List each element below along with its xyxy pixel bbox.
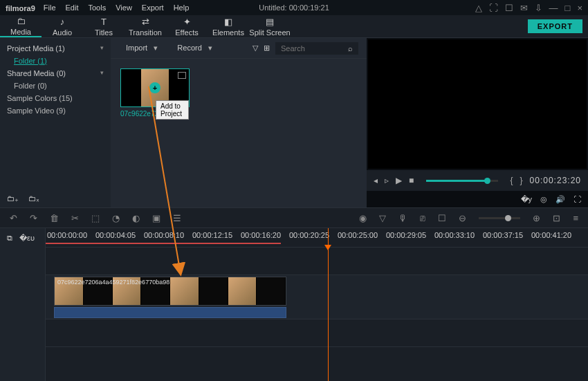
- ruler-mark: 00:00:20:25: [289, 231, 329, 239]
- timeline-ruler[interactable]: 00:00:00:00 00:00:04:05 00:00:08:10 00:0…: [46, 228, 588, 248]
- volume-icon[interactable]: 🔊: [555, 195, 565, 204]
- tree-project-media[interactable]: Project Media (1)▾: [7, 42, 104, 55]
- tab-elements[interactable]: ◧Elements: [208, 15, 249, 37]
- minimize-button[interactable]: —: [549, 3, 558, 13]
- advanced-button[interactable]: ☰: [173, 213, 181, 223]
- render-button[interactable]: ◉: [359, 213, 367, 223]
- mute-button[interactable]: ☐: [438, 213, 446, 223]
- edit-toolbar: ↶ ↷ 🗑 ✂ ⬚ ◔ ◐ ▣ ☰ ◉ ▽ 🎙 ⎚ ☐ ⊖ ⊕ ⊡ ≡: [0, 207, 588, 228]
- link-icon[interactable]: �ευ: [19, 234, 35, 243]
- marker-button[interactable]: ▽: [379, 213, 386, 223]
- ruler-mark: 00:00:00:00: [47, 231, 87, 239]
- tree-sample-colors[interactable]: Sample Colors (15): [7, 92, 104, 104]
- zoom-fit-button[interactable]: ⊡: [553, 213, 560, 223]
- audio-icon: ♪: [60, 17, 65, 27]
- tab-media[interactable]: 🗀Media: [0, 15, 42, 37]
- voiceover-button[interactable]: 🎙: [398, 213, 407, 223]
- new-folder-icon[interactable]: 🗀₊: [7, 194, 19, 203]
- zoom-slider[interactable]: [479, 217, 520, 219]
- main-tabs: 🗀Media ♪Audio TTitles ⇄Transition ✦Effec…: [0, 15, 588, 38]
- gift-icon[interactable]: ☐: [505, 3, 513, 13]
- chevron-down-icon: ▾: [100, 44, 104, 51]
- tab-effects[interactable]: ✦Effects: [166, 15, 208, 37]
- titlebar: filmora9 File Edit Tools View Export Hel…: [0, 0, 588, 15]
- undo-button[interactable]: ↶: [10, 213, 17, 223]
- cart-icon[interactable]: ⛶: [489, 3, 498, 13]
- timeline-mode-icon[interactable]: ⧉: [7, 234, 12, 243]
- mark-in-icon[interactable]: {: [511, 176, 513, 185]
- tree-sample-video[interactable]: Sample Video (9): [7, 104, 104, 117]
- search-box[interactable]: ⌕: [275, 42, 358, 55]
- menu-view[interactable]: View: [116, 3, 132, 12]
- download-icon[interactable]: ⇩: [535, 3, 542, 13]
- color-button[interactable]: ◐: [132, 213, 140, 223]
- tree-folder-1[interactable]: Folder (1): [7, 55, 104, 67]
- menu-help[interactable]: Help: [174, 3, 190, 12]
- chevron-down-icon: ▾: [100, 69, 104, 76]
- maximize-button[interactable]: □: [565, 3, 571, 13]
- search-icon[interactable]: ⌕: [348, 44, 353, 53]
- fullscreen-icon[interactable]: ⛶: [573, 195, 581, 203]
- mail-icon[interactable]: ✉: [520, 3, 528, 13]
- media-thumbnail[interactable]: + Add to Project: [120, 68, 190, 107]
- quality-icon[interactable]: �у: [521, 195, 533, 204]
- menu-edit[interactable]: Edit: [66, 3, 79, 12]
- app-logo: filmora9: [6, 3, 35, 13]
- clip-filename: 07c9622e7206a4a459271f82e6770ba98: [57, 279, 169, 286]
- play-back-button[interactable]: ▹: [385, 176, 389, 185]
- stop-button[interactable]: ■: [409, 176, 414, 185]
- export-button[interactable]: EXPORT: [528, 19, 582, 33]
- preview-screen[interactable]: [368, 39, 587, 169]
- menu-bar: File Edit Tools View Export Help: [44, 3, 189, 12]
- preview-slider[interactable]: [426, 180, 497, 182]
- snapshot-icon[interactable]: ◎: [540, 195, 547, 204]
- mixer-button[interactable]: ⎚: [420, 213, 425, 223]
- search-input[interactable]: [281, 44, 336, 53]
- tab-splitscreen[interactable]: ▤Split Screen: [249, 15, 291, 37]
- manage-tracks-button[interactable]: ≡: [573, 213, 578, 223]
- speed-button[interactable]: ◔: [112, 213, 120, 223]
- menu-export[interactable]: Export: [142, 3, 164, 12]
- tab-transition[interactable]: ⇄Transition: [125, 15, 166, 37]
- menu-file[interactable]: File: [44, 3, 56, 12]
- titlebar-right: △ ⛶ ☐ ✉ ⇩ — □ ×: [475, 3, 582, 13]
- mark-out-icon[interactable]: }: [520, 176, 523, 185]
- play-button[interactable]: ▶: [396, 176, 402, 185]
- import-button[interactable]: Import ▾: [119, 41, 165, 55]
- timeline-gutter: ⧉ �ευ: [0, 228, 46, 381]
- zoom-in-button[interactable]: ⊕: [533, 213, 540, 223]
- tree-folder-0[interactable]: Folder (0): [7, 80, 104, 92]
- redo-button[interactable]: ↷: [30, 213, 37, 223]
- crop-button[interactable]: ⬚: [91, 213, 100, 223]
- ruler-mark: 00:00:25:00: [338, 231, 378, 239]
- project-title: Untitled: 00:00:19:21: [259, 3, 329, 12]
- prev-frame-button[interactable]: ◂: [374, 176, 378, 185]
- close-button[interactable]: ×: [577, 3, 582, 13]
- video-track-1[interactable]: ▣1🔓👁 07c9622e7206a4a459271f82e6770ba98: [46, 275, 588, 319]
- linked-audio-clip[interactable]: [54, 307, 286, 318]
- ruler-mark: 00:00:37:15: [483, 231, 523, 239]
- delete-folder-icon[interactable]: 🗀ₓ: [28, 194, 39, 203]
- tab-audio[interactable]: ♪Audio: [42, 15, 83, 37]
- timeline: ⧉ �ευ 00:00:00:00 00:00:04:05 00:00:08:1…: [0, 228, 588, 381]
- zoom-out-button[interactable]: ⊖: [459, 213, 466, 223]
- work-area-indicator: [46, 243, 281, 244]
- video-clip[interactable]: 07c9622e7206a4a459271f82e6770ba98: [54, 277, 286, 306]
- grid-view-icon[interactable]: ⊞: [264, 44, 270, 53]
- tree-shared-media[interactable]: Shared Media (0)▾: [7, 67, 104, 80]
- scene-detect-icon[interactable]: [178, 72, 186, 79]
- menu-tools[interactable]: Tools: [89, 3, 107, 12]
- audio-track-1[interactable]: ♪ 1🔓🔊: [46, 319, 588, 347]
- record-button[interactable]: Record ▾: [170, 41, 219, 55]
- user-icon[interactable]: △: [475, 3, 482, 13]
- split-button[interactable]: ✂: [71, 213, 79, 223]
- greenscreen-button[interactable]: ▣: [152, 213, 160, 223]
- delete-button[interactable]: 🗑: [50, 213, 59, 223]
- ruler-mark: 00:00:12:15: [192, 231, 232, 239]
- filter-icon[interactable]: ▽: [252, 44, 258, 53]
- ruler-mark: 00:00:16:20: [241, 231, 281, 239]
- playhead[interactable]: [328, 228, 329, 381]
- tab-titles[interactable]: TTitles: [83, 15, 125, 37]
- media-browser: Import ▾ Record ▾ ▽ ⊞ ⌕ + Add to Project…: [111, 38, 367, 207]
- add-to-project-icon[interactable]: +: [149, 82, 160, 93]
